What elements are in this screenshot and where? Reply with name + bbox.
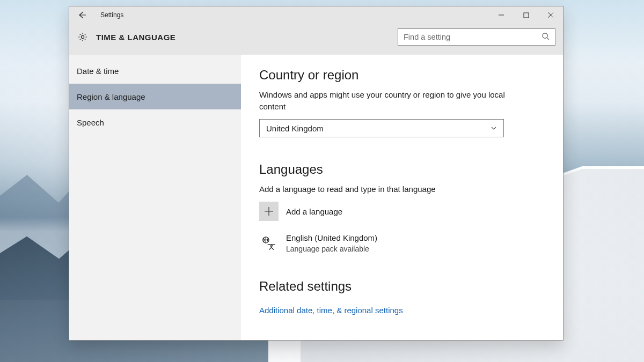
gear-icon bbox=[77, 31, 89, 43]
svg-point-1 bbox=[81, 35, 84, 38]
sidebar-item-speech[interactable]: Speech bbox=[69, 109, 241, 135]
plus-icon bbox=[259, 202, 279, 221]
language-status: Language pack available bbox=[286, 243, 377, 254]
sidebar-item-label: Region & language bbox=[77, 92, 145, 101]
maximize-button[interactable] bbox=[514, 6, 538, 24]
languages-description: Add a language to read and type in that … bbox=[259, 183, 506, 195]
chevron-down-icon bbox=[491, 124, 497, 133]
back-button[interactable] bbox=[69, 6, 95, 24]
add-language-label: Add a language bbox=[286, 207, 342, 216]
add-language-button[interactable]: Add a language bbox=[259, 202, 545, 221]
link-additional-regional-settings[interactable]: Additional date, time, & regional settin… bbox=[259, 306, 403, 315]
titlebar: Settings bbox=[69, 6, 563, 24]
desktop-background: Settings TIME & LANGUAGE bbox=[0, 0, 644, 362]
language-name: English (United Kingdom) bbox=[286, 233, 377, 243]
svg-point-2 bbox=[543, 33, 547, 38]
sidebar-item-date-time[interactable]: Date & time bbox=[69, 58, 241, 84]
settings-window: Settings TIME & LANGUAGE bbox=[69, 6, 564, 341]
search-icon bbox=[541, 32, 550, 42]
search-box[interactable] bbox=[398, 28, 555, 46]
sidebar-item-label: Date & time bbox=[77, 67, 119, 76]
svg-rect-0 bbox=[524, 13, 529, 18]
heading-languages: Languages bbox=[259, 162, 545, 177]
minimize-icon bbox=[498, 12, 504, 18]
heading-related-settings: Related settings bbox=[259, 279, 545, 294]
arrow-left-icon bbox=[78, 11, 86, 19]
window-title: Settings bbox=[100, 11, 123, 19]
maximize-icon bbox=[523, 12, 529, 18]
country-select[interactable]: United Kingdom bbox=[259, 119, 504, 137]
minimize-button[interactable] bbox=[489, 6, 514, 24]
language-item[interactable]: English (United Kingdom) Language pack a… bbox=[259, 233, 545, 254]
close-icon bbox=[547, 12, 554, 18]
page-title: TIME & LANGUAGE bbox=[96, 33, 175, 42]
sidebar-item-region-language[interactable]: Region & language bbox=[69, 84, 241, 109]
sidebar-item-label: Speech bbox=[77, 118, 104, 127]
country-select-value: United Kingdom bbox=[266, 124, 324, 133]
heading-country-region: Country or region bbox=[259, 68, 545, 83]
region-description: Windows and apps might use your country … bbox=[259, 89, 506, 113]
sidebar: Date & time Region & language Speech bbox=[69, 55, 241, 340]
language-icon bbox=[259, 234, 279, 253]
content-area: Country or region Windows and apps might… bbox=[241, 55, 563, 340]
page-header: TIME & LANGUAGE bbox=[69, 24, 563, 55]
close-button[interactable] bbox=[538, 6, 563, 24]
search-input[interactable] bbox=[404, 33, 541, 41]
